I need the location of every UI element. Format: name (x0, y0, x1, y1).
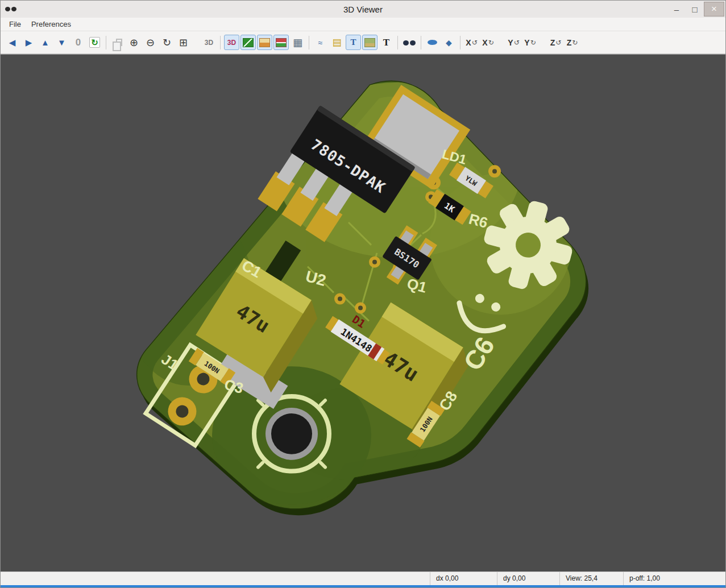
zoom-in-icon: ⊕ (130, 38, 138, 48)
glasses-icon (403, 40, 416, 45)
axis-3d-button[interactable]: 3D (201, 35, 217, 50)
status-view: View: 25,4 (559, 572, 623, 585)
toolbar-separator (220, 36, 221, 49)
move-up-button[interactable]: ▲ (38, 35, 53, 50)
curve-icon: ≈ (318, 39, 323, 47)
text-icon: T (383, 38, 389, 47)
zoom-fit-button[interactable]: ⊞ (176, 35, 191, 50)
status-dy: dy 0,00 (497, 572, 559, 585)
copy-image-button[interactable] (110, 35, 125, 50)
show-grid-button[interactable]: ▦ (290, 35, 305, 50)
rotate-z-label: Z (550, 38, 555, 47)
window-title: 3D Viewer (1, 5, 725, 14)
statusbar: dx 0,00 dy 0,00 View: 25,4 p-off: 1,00 (1, 572, 725, 585)
rotate-ccw-icon: ↺ (472, 39, 478, 47)
rotate-x-label: X (466, 38, 471, 47)
status-dx: dx 0,00 (430, 572, 497, 585)
realistic-mode-toggle[interactable] (257, 35, 272, 50)
axis-3d-icon: 3D (205, 39, 213, 46)
zoom-in-button[interactable]: ⊕ (126, 35, 142, 50)
grid-icon: ▦ (293, 38, 302, 48)
show-tracks-button[interactable]: ≈ (313, 35, 328, 50)
rotate-z-cw-button[interactable]: Z↻ (565, 35, 580, 50)
menu-file[interactable]: File (4, 18, 26, 30)
realistic-mode-icon (259, 38, 270, 47)
up-arrow-icon: ▲ (41, 38, 49, 47)
silkscreen-text-icon: T (350, 38, 356, 47)
clipboard-icon: ▤ (332, 38, 341, 47)
zero-label: 0 (76, 38, 81, 47)
layers-icon (276, 38, 287, 47)
show-eco2-button[interactable]: ◆ (441, 35, 457, 50)
rotate-y-cw-button[interactable]: Y↻ (522, 35, 538, 50)
menubar: File Preferences (1, 18, 725, 31)
soldermask-icon (364, 38, 375, 47)
rotate-cw-icon: ↻ (530, 39, 536, 47)
cube-icon: ◆ (446, 39, 452, 47)
zero-indicator: 0 (70, 35, 86, 50)
toolbar-separator (397, 36, 398, 49)
maximize-button[interactable]: □ (686, 2, 704, 16)
rotate-cw-icon: ↻ (572, 39, 578, 47)
show-silkscreen-toggle[interactable]: T (346, 35, 361, 50)
back-arrow-icon: ◀ (9, 38, 16, 47)
show-board-body-toggle[interactable] (240, 35, 256, 50)
nav-back-button[interactable]: ◀ (5, 35, 20, 50)
show-zones-button[interactable]: ▤ (329, 35, 345, 50)
status-p-off: p-off: 1,00 (623, 572, 725, 585)
rotate-x-label: X (482, 38, 487, 47)
rotate-x-ccw-button[interactable]: X↺ (464, 35, 479, 50)
show-eco1-button[interactable] (425, 35, 440, 50)
toolbar-separator (421, 36, 421, 49)
toolbar-separator (309, 36, 309, 49)
redraw-button[interactable]: ↻ (159, 35, 175, 50)
show-comments-button[interactable]: T (379, 35, 394, 50)
lens-icon (428, 40, 437, 45)
show-soldermask-toggle[interactable] (362, 35, 377, 50)
titlebar: 3D Viewer – □ × (1, 1, 725, 18)
minimize-button[interactable]: – (667, 2, 686, 16)
rotate-cw-icon: ↻ (488, 39, 494, 47)
3d-viewer-window: 3D Viewer – □ × File Preferences ◀ ▶ ▲ ▼… (0, 0, 726, 588)
rotate-z-ccw-button[interactable]: Z↺ (548, 35, 563, 50)
rotate-x-cw-button[interactable]: X↻ (480, 35, 496, 50)
close-button[interactable]: × (704, 2, 724, 16)
rotate-ccw-icon: ↺ (555, 39, 561, 47)
zoom-out-icon: ⊖ (146, 38, 155, 48)
status-filler (1, 572, 430, 585)
move-down-button[interactable]: ▼ (54, 35, 69, 50)
rotate-z-label: Z (567, 38, 572, 47)
show-layers-toggle[interactable] (273, 35, 289, 50)
rotate-y-ccw-button[interactable]: Y↺ (506, 35, 521, 50)
down-arrow-icon: ▼ (57, 38, 66, 47)
render-3d-icon: 3D (227, 39, 236, 46)
glasses-view-button[interactable] (401, 35, 417, 50)
toolbar: ◀ ▶ ▲ ▼ 0 ↻ ⊕ ⊖ ↻ ⊞ 3D 3D ▦ ≈ ▤ T T ◆ X↺… (1, 31, 725, 54)
render-3d-toggle[interactable]: 3D (224, 35, 239, 50)
pcb-3d-render[interactable]: J1 7805 (1, 55, 725, 572)
reload-icon: ↻ (89, 37, 100, 48)
rotate-ccw-icon: ↺ (514, 39, 520, 47)
board-icon (243, 38, 254, 47)
toolbar-separator (106, 36, 106, 49)
zoom-out-button[interactable]: ⊖ (143, 35, 158, 50)
rotate-y-label: Y (524, 38, 529, 47)
forward-arrow-icon: ▶ (26, 38, 32, 47)
viewport[interactable]: J1 7805 (1, 54, 725, 572)
copy-icon (116, 39, 122, 46)
window-accent-border (1, 585, 725, 587)
nav-forward-button[interactable]: ▶ (21, 35, 36, 50)
redraw-icon: ↻ (163, 38, 171, 48)
rotate-y-label: Y (508, 38, 513, 47)
reload-board-button[interactable]: ↻ (87, 35, 102, 50)
menu-preferences[interactable]: Preferences (26, 18, 76, 30)
zoom-fit-icon: ⊞ (179, 38, 188, 48)
toolbar-separator (460, 36, 461, 49)
